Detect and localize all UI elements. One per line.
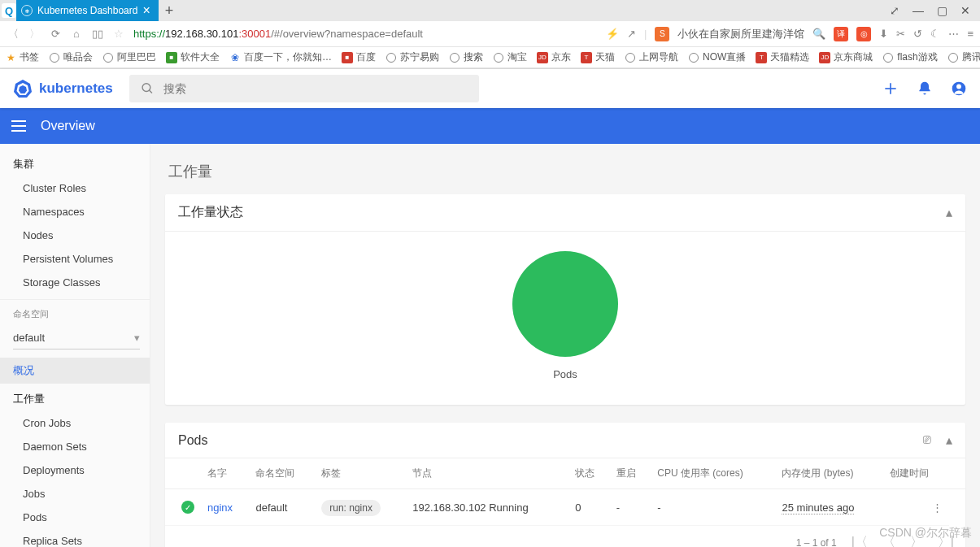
download-icon[interactable]: ⬇ (879, 28, 888, 40)
content-area: 工作量 工作量状态 ▴ Pods Pods ⎚ ▴ 名字命名空间标签节点状态重启… (150, 144, 980, 547)
browser-tab[interactable]: ⎈ Kubernetes Dashboard × (16, 0, 159, 21)
table-row[interactable]: ✓ nginx default run: nginx 192.168.30.10… (165, 489, 965, 526)
bookmark-label: flash游戏 (897, 50, 937, 64)
flash-icon[interactable]: ⚡ (606, 28, 619, 40)
hamburger-icon[interactable] (11, 120, 26, 132)
k8s-topbar: kubernetes (0, 69, 980, 108)
more-icon[interactable]: ⋯ (948, 28, 959, 40)
column-header[interactable]: 创建时间 (883, 458, 949, 489)
column-header[interactable]: 标签 (315, 458, 406, 489)
column-header[interactable]: 重启 (610, 458, 651, 489)
bookmark-item[interactable]: ❀百度一下，你就知… (229, 50, 332, 64)
sidebar-item-deployments[interactable]: Deployments (0, 458, 150, 482)
sidebar-item-persistent-volumes[interactable]: Persistent Volumes (0, 247, 150, 271)
home-icon[interactable]: ⌂ (70, 28, 83, 40)
search-input[interactable] (163, 82, 467, 95)
bookmark-item[interactable]: 上网导航 (625, 50, 678, 64)
create-icon[interactable] (882, 80, 899, 97)
page-prev-icon[interactable]: 〈 (882, 534, 895, 547)
pagination-range: 1 – 1 of 1 (796, 537, 837, 548)
reload-icon[interactable]: ⟳ (49, 28, 62, 40)
svg-point-3 (142, 84, 150, 92)
reader-icon[interactable]: ▯▯ (91, 28, 104, 40)
bookmark-item[interactable]: NOW直播 (688, 50, 746, 64)
cell-mem: - (651, 489, 775, 526)
close-tab-icon[interactable]: × (142, 3, 150, 18)
sidebar-item-cluster-roles[interactable]: Cluster Roles (0, 176, 150, 200)
bookmark-item[interactable]: flash游戏 (882, 50, 937, 64)
bookmark-item[interactable]: 苏宁易购 (385, 50, 439, 64)
window-maximize-icon[interactable]: ▢ (937, 4, 947, 17)
sidebar-item-pods[interactable]: Pods (0, 506, 150, 529)
column-header[interactable]: 状态 (568, 458, 610, 489)
addr-hint[interactable]: 小伙在自家厕所里建海洋馆 (677, 27, 804, 41)
page-first-icon[interactable]: |〈 (852, 534, 868, 547)
globe-icon (625, 52, 636, 63)
globe-icon (385, 52, 397, 63)
page-last-icon[interactable]: 〉| (938, 534, 954, 547)
sidebar-section-cluster[interactable]: 集群 (0, 149, 150, 176)
sidebar-item-replica-sets[interactable]: Replica Sets (0, 529, 150, 547)
collapse-icon[interactable]: ▴ (946, 205, 952, 220)
sidebar-item-jobs[interactable]: Jobs (0, 482, 150, 506)
k8s-favicon: ⎈ (21, 5, 33, 16)
favorite-icon[interactable]: ☆ (112, 28, 125, 40)
sidebar-item-daemon-sets[interactable]: Daemon Sets (0, 435, 150, 458)
cell-cpu: - (610, 489, 651, 526)
k8s-logo[interactable]: kubernetes (13, 79, 113, 98)
column-header[interactable]: 节点 (406, 458, 568, 489)
donut-label: Pods (553, 368, 577, 380)
bell-icon[interactable] (917, 80, 933, 97)
globe-icon (102, 52, 114, 63)
bookmark-label: 软件大全 (181, 50, 220, 64)
column-header[interactable]: 名字 (201, 458, 249, 489)
sidebar-item-nodes[interactable]: Nodes (0, 224, 150, 247)
night-mode-icon[interactable]: ☾ (930, 28, 940, 40)
column-header[interactable]: 命名空间 (249, 458, 315, 489)
collapse-icon[interactable]: ▴ (946, 432, 952, 448)
sidebar-item-overview[interactable]: 概况 (0, 358, 150, 384)
forward-icon[interactable]: 〉 (28, 27, 41, 41)
restore-icon[interactable]: ↺ (913, 28, 922, 40)
filter-icon[interactable]: ⎚ (923, 432, 931, 448)
bookmark-item[interactable]: JD京东 (537, 50, 571, 64)
page-next-icon[interactable]: 〉 (910, 534, 923, 547)
pod-name-link[interactable]: nginx (207, 501, 233, 514)
bookmark-item[interactable]: 腾讯视频 (947, 50, 980, 64)
back-icon[interactable]: 〈 (7, 27, 20, 41)
capture-icon[interactable]: ◎ (856, 27, 871, 41)
window-expand-icon[interactable]: ⤢ (890, 4, 899, 17)
sidebar-section-workloads[interactable]: 工作量 (0, 384, 150, 411)
bookmark-item[interactable]: JD京东商城 (819, 50, 873, 64)
window-close-icon[interactable]: ✕ (960, 4, 970, 17)
search-box[interactable] (129, 75, 479, 102)
bookmark-item[interactable]: ■软件大全 (166, 50, 220, 64)
url-field[interactable]: https://192.168.30.101:30001/#/overview?… (133, 28, 598, 40)
column-header[interactable]: 内存使用 (bytes) (775, 458, 882, 489)
bookmark-item[interactable]: T天猫精选 (756, 50, 809, 64)
row-menu-icon[interactable]: ⋮ (932, 501, 943, 514)
search-glass-icon[interactable]: 🔍 (812, 28, 825, 40)
sidebar-item-namespaces[interactable]: Namespaces (0, 200, 150, 224)
bookmark-item[interactable]: 搜索 (449, 50, 483, 64)
scissors-icon[interactable]: ✂ (896, 28, 905, 40)
bookmark-label: 苏宁易购 (400, 50, 439, 64)
menu-icon[interactable]: ≡ (967, 28, 973, 40)
window-minimize-icon[interactable]: — (912, 4, 924, 17)
bookmark-item[interactable]: 阿里巴巴 (102, 50, 156, 64)
sidebar-item-storage-classes[interactable]: Storage Classes (0, 271, 150, 294)
sidebar-item-cron-jobs[interactable]: Cron Jobs (0, 411, 150, 435)
bookmark-item[interactable]: ★书签 (5, 50, 39, 64)
user-icon[interactable] (951, 80, 967, 97)
namespace-select[interactable]: default ▾ (13, 327, 140, 349)
share-icon[interactable]: ↗ (627, 28, 636, 40)
column-header[interactable]: CPU 使用率 (cores) (651, 458, 775, 489)
new-tab-button[interactable]: + (165, 2, 174, 20)
bookmark-item[interactable]: T天猫 (581, 50, 615, 64)
bookmark-item[interactable]: 淘宝 (493, 50, 527, 64)
bookmark-item[interactable]: 唯品会 (49, 50, 93, 64)
translate-icon[interactable]: 译 (834, 27, 848, 41)
cell-restarts: 0 (568, 489, 610, 526)
bookmark-item[interactable]: ■百度 (342, 50, 376, 64)
sogou-icon[interactable]: S (655, 27, 669, 41)
